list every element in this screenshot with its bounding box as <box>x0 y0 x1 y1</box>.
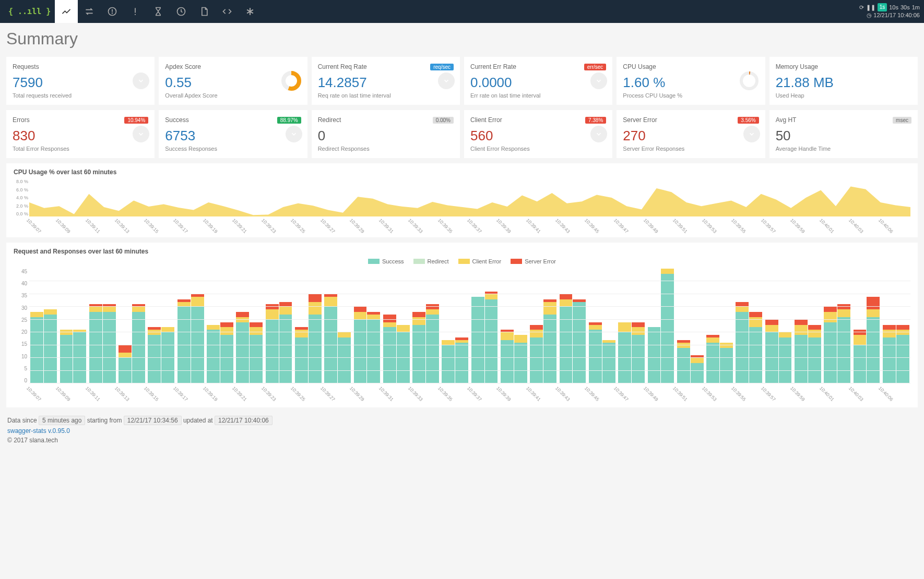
bar <box>837 304 850 383</box>
bar-group <box>676 340 705 383</box>
tile-value: 0 <box>318 128 454 144</box>
bar-group <box>735 302 763 383</box>
bar <box>367 312 380 383</box>
bar <box>824 307 837 383</box>
refresh-1m[interactable]: 1m <box>912 4 920 11</box>
bar <box>207 325 220 383</box>
clock-small-icon: ◷ <box>867 12 872 18</box>
tile-title-text: Requests <box>13 63 39 70</box>
nav-document-icon[interactable] <box>193 0 216 23</box>
cpu-chart-title: CPU Usage % over last 60 minutes <box>14 168 910 176</box>
tile-badge: 7.38% <box>585 117 606 124</box>
bar-group <box>411 304 440 383</box>
bar <box>295 327 308 383</box>
bar <box>60 330 73 383</box>
refresh-10s[interactable]: 10s <box>889 4 898 11</box>
tile-client-error: Client Error7.38% 560 Client Error Respo… <box>464 110 612 158</box>
bar <box>602 340 615 383</box>
bar-group <box>29 309 58 383</box>
cpu-gauge <box>738 70 760 92</box>
bar <box>691 355 704 383</box>
svg-marker-10 <box>29 186 910 216</box>
apdex-donut <box>280 70 302 92</box>
bar <box>177 299 191 383</box>
footer-upd-label: updated at <box>183 417 213 424</box>
bar-legend: SuccessRedirectClient ErrorServer Error <box>14 258 910 264</box>
refresh-1s[interactable]: 1s <box>878 3 887 11</box>
cpu-chart-panel: CPU Usage % over last 60 minutes 8.0 %6.… <box>6 163 918 237</box>
nav-transfer-icon[interactable] <box>78 0 101 23</box>
bar <box>896 325 909 383</box>
bar <box>279 302 292 383</box>
nav-exclaim-icon[interactable] <box>124 0 147 23</box>
bar <box>661 269 674 383</box>
bar <box>426 304 439 383</box>
tile-badge: 0.00% <box>433 117 454 124</box>
tile-badge: 3.56% <box>738 117 759 124</box>
tile-subtitle: Success Responses <box>165 146 301 152</box>
chevron-down-icon[interactable] <box>590 126 607 142</box>
nav-right: ⟳ ❚❚ 1s 10s 30s 1m ◷ 12/21/17 10:40:06 <box>859 3 920 19</box>
chevron-down-icon[interactable] <box>286 126 302 142</box>
chevron-down-icon[interactable] <box>133 126 149 142</box>
bar-group <box>147 327 175 383</box>
legend-item[interactable]: Server Error <box>511 258 556 264</box>
bar <box>383 315 396 383</box>
tile-requests: Requests 7590 Total requests received <box>6 57 155 105</box>
tile-apdex-score: Apdex Score 0.55 Overall Apdex Score <box>159 57 307 105</box>
bar <box>236 312 249 383</box>
tile-redirect: Redirect0.00% 0 Redirect Responses <box>312 110 460 158</box>
nav-left: { ..ıll } <box>4 0 262 23</box>
tile-value: 0.0000 <box>470 75 606 91</box>
tile-value: 270 <box>623 128 759 144</box>
tile-subtitle: Average Handle Time <box>776 146 911 152</box>
tile-subtitle: Redirect Responses <box>318 146 454 152</box>
bar <box>501 330 514 383</box>
bar <box>119 345 132 383</box>
bar-group <box>382 315 411 383</box>
tile-value: 7590 <box>13 75 148 91</box>
refresh-30s[interactable]: 30s <box>901 4 910 11</box>
bar <box>883 325 896 383</box>
tile-subtitle: Total Error Responses <box>13 146 148 152</box>
legend-item[interactable]: Redirect <box>413 258 449 264</box>
bar <box>397 325 410 383</box>
bar <box>103 304 116 383</box>
bar-group <box>500 330 528 383</box>
bar <box>73 330 86 383</box>
tile-title-text: Success <box>165 116 188 124</box>
tile-cpu-usage: CPU Usage 1.60 % Process CPU Usage % <box>617 57 765 105</box>
pause-icon[interactable]: ❚❚ <box>866 4 875 11</box>
chevron-down-icon[interactable] <box>438 73 455 89</box>
legend-item[interactable]: Success <box>368 258 404 264</box>
chevron-down-icon[interactable] <box>133 73 149 89</box>
footer: Data since 5 minutes ago starting from 1… <box>6 413 918 448</box>
tile-value: 6753 <box>165 128 301 144</box>
nav-code-icon[interactable] <box>216 0 239 23</box>
tile-avg-ht: Avg HTmsec 50 Average Handle Time <box>769 110 918 158</box>
nav-hourglass-icon[interactable] <box>147 0 170 23</box>
bar-group <box>264 302 293 383</box>
bar <box>795 320 808 383</box>
bar-group <box>529 299 558 383</box>
legend-item[interactable]: Client Error <box>458 258 502 264</box>
bar <box>808 325 821 383</box>
bar-group <box>235 312 264 383</box>
refresh-icon[interactable]: ⟳ <box>859 4 864 11</box>
tile-subtitle: Client Error Responses <box>470 146 606 152</box>
tile-subtitle: Err rate on last time interval <box>470 92 606 99</box>
product-link[interactable]: swagger-stats v.0.95.0 <box>7 427 70 435</box>
svg-point-2 <box>112 13 113 14</box>
chevron-down-icon[interactable] <box>743 126 760 142</box>
bar <box>412 312 425 383</box>
bar <box>854 330 867 383</box>
bar <box>266 304 279 383</box>
nav-clock-icon[interactable] <box>170 0 193 23</box>
chevron-down-icon[interactable] <box>590 73 607 89</box>
nav-alert-circle-icon[interactable] <box>101 0 124 23</box>
nav-summary-icon[interactable] <box>55 0 78 23</box>
navbar: { ..ıll } ⟳ ❚❚ 1s 10s 30s 1m ◷ 12/21/17 … <box>0 0 924 23</box>
tile-memory-usage: Memory Usage 21.88 MB Used Heap <box>769 57 918 105</box>
tile-current-err-rate: Current Err Rateerr/sec 0.0000 Err rate … <box>464 57 612 105</box>
nav-asterisk-icon[interactable] <box>239 0 262 23</box>
